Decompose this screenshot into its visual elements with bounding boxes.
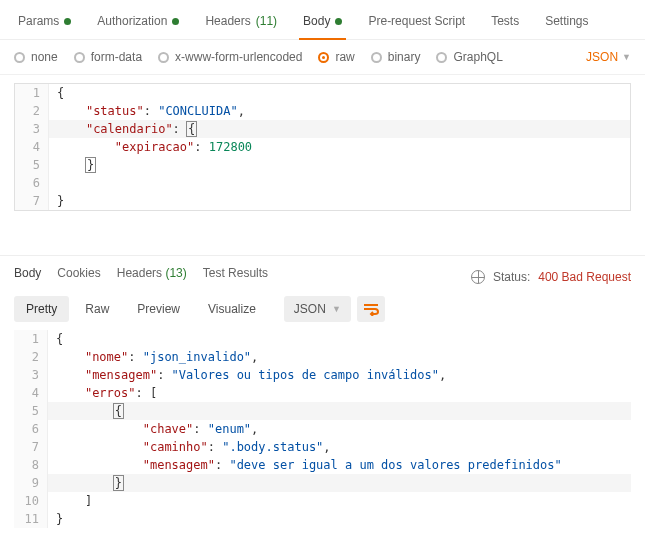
code-token: "expiracao" [115, 140, 194, 154]
radio-icon [14, 52, 25, 63]
code-token: ] [85, 494, 92, 508]
code-token: "chave" [143, 422, 194, 436]
line-number: 10 [14, 492, 48, 510]
tab-label: Tests [491, 14, 519, 28]
line-number: 6 [14, 420, 48, 438]
chevron-down-icon: ▼ [332, 304, 341, 314]
view-preview[interactable]: Preview [125, 296, 192, 322]
code-token: "CONCLUIDA" [158, 104, 237, 118]
response-view-bar: Pretty Raw Preview Visualize JSON ▼ [0, 288, 645, 330]
line-number: 2 [15, 102, 49, 120]
opt-label: x-www-form-urlencoded [175, 50, 302, 64]
body-opt-formdata[interactable]: form-data [74, 50, 142, 64]
line-number: 6 [15, 174, 49, 192]
tab-label: Params [18, 14, 59, 28]
request-tabs: Params Authorization Headers (11) Body P… [0, 0, 645, 40]
resp-tab-testresults[interactable]: Test Results [203, 266, 268, 288]
body-opt-xwww[interactable]: x-www-form-urlencoded [158, 50, 302, 64]
radio-icon [74, 52, 85, 63]
lang-label: JSON [586, 50, 618, 64]
code-token: "Valores ou tipos de campo inválidos" [172, 368, 439, 382]
tab-label: Headers [117, 266, 162, 280]
radio-icon [318, 52, 329, 63]
status-value: 400 Bad Request [538, 270, 631, 284]
chevron-down-icon: ▼ [622, 52, 631, 62]
headers-count: (13) [165, 266, 186, 280]
body-opt-graphql[interactable]: GraphQL [436, 50, 502, 64]
body-opt-none[interactable]: none [14, 50, 58, 64]
view-visualize[interactable]: Visualize [196, 296, 268, 322]
tab-label: Body [303, 14, 330, 28]
line-number: 5 [14, 402, 48, 420]
line-number: 1 [15, 84, 49, 102]
line-number: 2 [14, 348, 48, 366]
opt-label: form-data [91, 50, 142, 64]
code-token: "deve ser igual a um dos valores predefi… [229, 458, 561, 472]
fmt-label: JSON [294, 302, 326, 316]
line-number: 9 [14, 474, 48, 492]
tab-settings[interactable]: Settings [541, 8, 592, 40]
line-number: 7 [14, 438, 48, 456]
body-opt-binary[interactable]: binary [371, 50, 421, 64]
code-token: { [114, 404, 123, 418]
code-token: "erros" [85, 386, 136, 400]
status-label: Status: [493, 270, 530, 284]
radio-icon [436, 52, 447, 63]
response-body-editor[interactable]: 1{ 2 "nome": "json_invalido", 3 "mensage… [14, 330, 631, 528]
code-token: "mensagem" [143, 458, 215, 472]
body-opt-raw[interactable]: raw [318, 50, 354, 64]
resp-tab-body[interactable]: Body [14, 266, 41, 288]
code-token: "nome" [85, 350, 128, 364]
code-token: } [86, 158, 95, 172]
wrap-lines-button[interactable] [357, 296, 385, 322]
tab-label: Pre-request Script [368, 14, 465, 28]
line-number: 3 [14, 366, 48, 384]
body-lang-select[interactable]: JSON ▼ [586, 50, 631, 64]
code-token: "json_invalido" [143, 350, 251, 364]
code-token: } [56, 512, 63, 526]
line-number: 11 [14, 510, 48, 528]
response-tabs: Body Cookies Headers (13) Test Results S… [0, 255, 645, 288]
resp-tab-headers[interactable]: Headers (13) [117, 266, 187, 288]
headers-count: (11) [256, 14, 277, 28]
tab-authorization[interactable]: Authorization [93, 8, 183, 40]
body-type-row: none form-data x-www-form-urlencoded raw… [0, 40, 645, 75]
tab-prerequest[interactable]: Pre-request Script [364, 8, 469, 40]
code-token: { [57, 86, 64, 100]
resp-tab-cookies[interactable]: Cookies [57, 266, 100, 288]
opt-label: raw [335, 50, 354, 64]
wrap-icon [363, 302, 379, 316]
view-pretty[interactable]: Pretty [14, 296, 69, 322]
response-format-select[interactable]: JSON ▼ [284, 296, 351, 322]
tab-body[interactable]: Body [299, 8, 346, 40]
globe-icon[interactable] [471, 270, 485, 284]
code-token: } [114, 476, 123, 490]
status-dot-icon [335, 18, 342, 25]
line-number: 3 [15, 120, 49, 138]
tab-params[interactable]: Params [14, 8, 75, 40]
tab-headers[interactable]: Headers (11) [201, 8, 281, 40]
tab-label: Authorization [97, 14, 167, 28]
code-token: "calendario" [86, 122, 173, 136]
tab-label: Settings [545, 14, 588, 28]
code-token: { [56, 332, 63, 346]
line-number: 4 [14, 384, 48, 402]
radio-icon [371, 52, 382, 63]
line-number: 5 [15, 156, 49, 174]
request-body-editor[interactable]: 1{ 2 "status": "CONCLUIDA", 3 "calendari… [14, 83, 631, 211]
line-number: 7 [15, 192, 49, 210]
line-number: 1 [14, 330, 48, 348]
code-token: "status" [86, 104, 144, 118]
code-token: { [187, 122, 196, 136]
tab-tests[interactable]: Tests [487, 8, 523, 40]
view-raw[interactable]: Raw [73, 296, 121, 322]
code-token: ".body.status" [222, 440, 323, 454]
code-token: } [57, 194, 64, 208]
opt-label: none [31, 50, 58, 64]
line-number: 8 [14, 456, 48, 474]
status-dot-icon [64, 18, 71, 25]
radio-icon [158, 52, 169, 63]
code-token: "mensagem" [85, 368, 157, 382]
line-number: 4 [15, 138, 49, 156]
code-token: "enum" [208, 422, 251, 436]
